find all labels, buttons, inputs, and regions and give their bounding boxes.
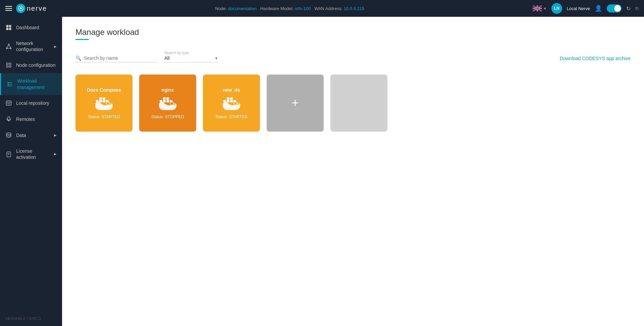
topbar: nerve Node: documentation Hardware Model…	[0, 0, 644, 17]
card-status-new-ds: Status: STARTED	[215, 114, 248, 119]
remotes-label: Remotes	[16, 116, 57, 122]
cards-grid: Docs Compose Status: S	[75, 75, 631, 132]
svg-rect-43	[103, 100, 105, 102]
sidebar-item-workload-management[interactable]: Workload management	[0, 73, 62, 95]
svg-rect-52	[166, 100, 169, 102]
logout-icon[interactable]: ⎋	[635, 5, 639, 11]
hardware-model-link[interactable]: mfn-100	[295, 6, 311, 11]
sidebar-item-node-configuration[interactable]: Node configuration	[0, 57, 62, 73]
card-name-docs-compose: Docs Compose	[87, 87, 121, 93]
sidebar-item-local-repository[interactable]: Local repository	[0, 95, 62, 111]
svg-rect-54	[163, 97, 166, 100]
search-input[interactable]	[84, 55, 158, 61]
svg-point-28	[8, 82, 9, 83]
svg-point-49	[108, 103, 109, 104]
svg-rect-37	[7, 152, 11, 157]
main-content: Manage workload 🔍 Search by type All ▼ D…	[62, 17, 644, 326]
sidebar-item-dashboard[interactable]: Dashboard	[0, 19, 62, 36]
sidebar-item-network-configuration[interactable]: Network configuration ▶	[0, 36, 62, 57]
type-select-arrow: ▼	[215, 56, 218, 60]
type-label: Search by type	[164, 51, 218, 55]
license-activation-label: License activation	[16, 148, 50, 160]
svg-point-15	[8, 44, 9, 45]
network-configuration-chevron: ▶	[54, 45, 57, 48]
workload-card-add[interactable]: +	[267, 75, 324, 132]
ln-badge[interactable]: LN	[551, 3, 562, 14]
local-repository-label: Local repository	[16, 100, 57, 106]
topbar-right: ▼ LN Local Nerve 👤 ↻ ⎋	[533, 3, 639, 14]
svg-rect-10	[537, 5, 538, 11]
svg-rect-64	[230, 97, 233, 100]
main-layout: Dashboard Network configuration ▶ Node c…	[0, 17, 644, 326]
sidebar-item-license-activation[interactable]: License activation ▶	[0, 143, 62, 165]
docker-icon-new-ds	[223, 97, 240, 111]
svg-rect-13	[6, 28, 9, 30]
svg-rect-46	[103, 97, 105, 100]
svg-rect-45	[99, 97, 102, 100]
title-underline	[75, 39, 89, 40]
local-repository-icon	[5, 100, 12, 106]
workload-card-empty	[330, 75, 387, 132]
wan-address-link[interactable]: 10.0.0.215	[344, 6, 364, 11]
download-codesys-link[interactable]: Download CODESYS app archive	[560, 56, 631, 62]
workload-management-icon	[6, 81, 13, 88]
svg-rect-33	[7, 103, 10, 104]
type-select-wrap[interactable]: All ▼	[164, 55, 218, 62]
type-field: Search by type All ▼	[164, 51, 218, 62]
node-configuration-icon	[5, 62, 12, 68]
svg-rect-24	[9, 66, 11, 67]
add-plus-icon: +	[291, 96, 299, 110]
nerve-logo: nerve	[16, 4, 47, 13]
sidebar-item-remotes[interactable]: Remotes	[0, 111, 62, 127]
svg-rect-21	[6, 63, 8, 65]
language-selector[interactable]: ▼	[533, 5, 547, 11]
search-field: 🔍	[75, 55, 158, 62]
user-icon[interactable]: 👤	[595, 5, 602, 12]
sidebar-version: VERSION 2.7.0-RC.3	[0, 311, 62, 326]
svg-point-1	[20, 7, 22, 9]
svg-rect-61	[230, 100, 233, 102]
svg-rect-41	[96, 100, 99, 102]
card-status-nginx: Status: STOPPED	[151, 114, 184, 119]
logo-circle	[16, 4, 25, 13]
svg-rect-22	[9, 63, 11, 65]
page-title: Manage workload	[75, 28, 631, 37]
network-configuration-label: Network configuration	[16, 40, 50, 52]
topbar-center: Node: documentation Hardware Model: mfn-…	[47, 6, 533, 11]
node-label: Node:	[215, 6, 227, 11]
data-label: Data	[16, 132, 50, 138]
svg-rect-12	[9, 25, 11, 28]
license-activation-icon	[5, 151, 12, 157]
card-status-docs-compose: Status: STARTED	[88, 114, 120, 119]
card-name-nginx: nginx	[161, 87, 174, 93]
docker-icon-nginx	[159, 97, 176, 111]
card-name-new-ds: new_ds	[223, 87, 240, 93]
remotes-icon	[5, 116, 12, 123]
toggle[interactable]	[607, 4, 622, 12]
logo-text: nerve	[27, 5, 47, 12]
sidebar-item-data[interactable]: Data ▶	[0, 127, 62, 143]
search-icon: 🔍	[75, 55, 81, 61]
dashboard-label: Dashboard	[16, 25, 57, 31]
workload-card-nginx[interactable]: nginx Status: STOPPED	[139, 75, 196, 132]
refresh-icon[interactable]: ↻	[626, 5, 631, 12]
data-icon	[5, 132, 12, 139]
workload-card-docs-compose[interactable]: Docs Compose Status: S	[75, 75, 132, 132]
type-select-value: All	[164, 55, 213, 61]
node-name-link[interactable]: documentation	[228, 6, 257, 11]
svg-rect-59	[223, 100, 226, 102]
svg-rect-31	[6, 101, 11, 105]
svg-rect-11	[6, 25, 9, 28]
svg-point-58	[171, 103, 172, 104]
svg-point-30	[8, 85, 9, 86]
svg-rect-23	[6, 66, 8, 67]
license-activation-chevron: ▶	[54, 152, 57, 156]
hamburger-menu[interactable]	[5, 6, 12, 11]
svg-line-18	[7, 45, 9, 48]
svg-rect-50	[160, 100, 162, 102]
network-configuration-icon	[5, 43, 12, 50]
workload-card-new-ds[interactable]: new_ds Status: STARTED	[203, 75, 260, 132]
dashboard-icon	[5, 24, 12, 31]
toggle-switch[interactable]	[607, 4, 622, 12]
workload-management-label: Workload management	[17, 78, 57, 90]
